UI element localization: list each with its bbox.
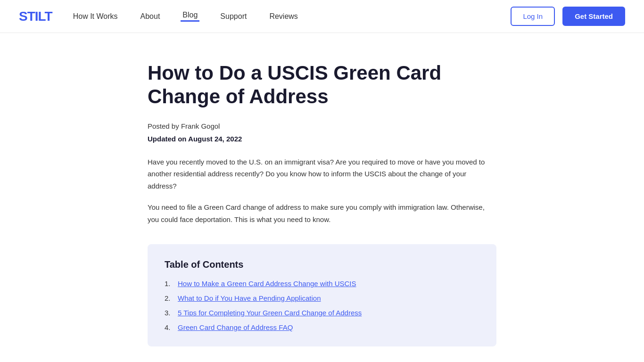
site-logo[interactable]: STILT bbox=[19, 9, 52, 24]
nav-blog[interactable]: Blog bbox=[181, 11, 199, 22]
toc-item-4: 4. Green Card Change of Address FAQ bbox=[165, 323, 479, 331]
nav-support[interactable]: Support bbox=[218, 12, 248, 21]
nav-about[interactable]: About bbox=[139, 12, 162, 21]
login-button[interactable]: Log In bbox=[511, 7, 555, 26]
toc-link-1[interactable]: How to Make a Green Card Address Change … bbox=[178, 280, 356, 288]
table-of-contents: Table of Contents 1. How to Make a Green… bbox=[148, 244, 496, 346]
updated-on: Updated on August 24, 2022 bbox=[148, 135, 496, 143]
toc-num-3: 3. bbox=[165, 309, 174, 317]
toc-title: Table of Contents bbox=[165, 259, 479, 270]
posted-by: Posted by Frank Gogol bbox=[148, 122, 496, 130]
toc-link-3[interactable]: 5 Tips for Completing Your Green Card Ch… bbox=[178, 309, 362, 317]
intro-paragraph-2: You need to file a Green Card change of … bbox=[148, 201, 496, 225]
nav-reviews[interactable]: Reviews bbox=[267, 12, 299, 21]
toc-link-2[interactable]: What to Do if You Have a Pending Applica… bbox=[178, 294, 321, 302]
site-header: STILT How It Works About Blog Support Re… bbox=[0, 0, 644, 33]
main-nav: How It Works About Blog Support Reviews bbox=[71, 11, 300, 22]
toc-num-4: 4. bbox=[165, 323, 174, 331]
nav-how-it-works[interactable]: How It Works bbox=[71, 12, 120, 21]
get-started-button[interactable]: Get Started bbox=[562, 7, 625, 26]
toc-num-2: 2. bbox=[165, 294, 174, 302]
toc-item-1: 1. How to Make a Green Card Address Chan… bbox=[165, 280, 479, 288]
main-content: How to Do a USCIS Green Card Change of A… bbox=[129, 33, 515, 362]
nav-right: Log In Get Started bbox=[511, 7, 625, 26]
toc-item-3: 3. 5 Tips for Completing Your Green Card… bbox=[165, 309, 479, 317]
article-title: How to Do a USCIS Green Card Change of A… bbox=[148, 61, 496, 109]
intro-paragraph-1: Have you recently moved to the U.S. on a… bbox=[148, 156, 496, 192]
toc-num-1: 1. bbox=[165, 280, 174, 288]
toc-link-4[interactable]: Green Card Change of Address FAQ bbox=[178, 323, 293, 331]
nav-left: STILT How It Works About Blog Support Re… bbox=[19, 9, 300, 24]
toc-item-2: 2. What to Do if You Have a Pending Appl… bbox=[165, 294, 479, 302]
toc-list: 1. How to Make a Green Card Address Chan… bbox=[165, 280, 479, 331]
